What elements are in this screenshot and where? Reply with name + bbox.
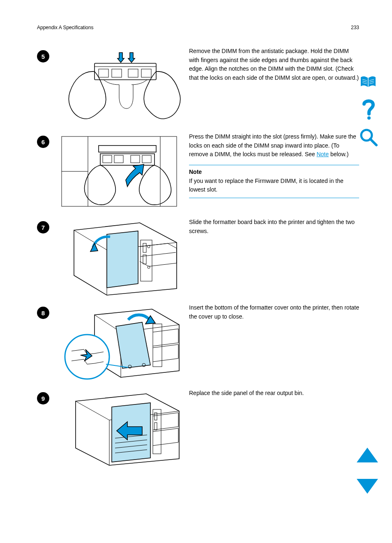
svg-rect-5 <box>141 69 151 77</box>
help-icon[interactable] <box>359 100 378 119</box>
step-8: 8 <box>37 303 359 381</box>
svg-rect-15 <box>114 155 123 163</box>
previous-page-button[interactable] <box>357 448 378 462</box>
step-7-text: Slide the formatter board back into the … <box>189 218 359 236</box>
step-9-text: Replace the side panel of the rear outpu… <box>189 389 359 398</box>
steps-column: 5 Remove the DIMM from the antistati <box>37 47 359 467</box>
step-number: 9 <box>37 392 49 404</box>
step-7: 7 Slide the format <box>37 218 359 296</box>
note-body: If you want to replace the Firmware DIMM… <box>189 177 359 194</box>
illustration-insert-dimm <box>58 132 181 210</box>
svg-marker-24 <box>107 231 138 288</box>
svg-line-47 <box>370 139 376 145</box>
svg-rect-20 <box>143 243 146 252</box>
illustration-side-panel <box>58 389 181 467</box>
svg-rect-3 <box>112 69 122 77</box>
step-9: 9 Replace <box>37 389 359 467</box>
svg-marker-7 <box>128 53 135 62</box>
sidebar <box>359 72 378 147</box>
svg-rect-17 <box>142 155 151 163</box>
svg-rect-2 <box>99 69 108 77</box>
contents-icon[interactable] <box>359 72 378 91</box>
page-number: 233 <box>351 25 359 30</box>
illustration-formatter-cover <box>58 303 181 381</box>
step-number: 8 <box>37 307 49 319</box>
svg-rect-14 <box>103 155 112 163</box>
step-8-text: Insert the bottom of the formatter cover… <box>189 303 359 321</box>
step-number: 7 <box>37 221 49 233</box>
step-6: 6 Press t <box>37 132 359 210</box>
svg-rect-12 <box>99 146 156 152</box>
svg-rect-38 <box>154 423 157 430</box>
note-link[interactable]: Note <box>316 151 329 157</box>
svg-marker-6 <box>118 53 124 62</box>
illustration-hold-dimm <box>58 47 181 125</box>
svg-point-45 <box>367 116 371 120</box>
step-number: 5 <box>37 50 49 62</box>
svg-rect-4 <box>128 69 138 77</box>
step-number: 6 <box>37 136 49 148</box>
page-nav <box>357 448 378 494</box>
step-6-text: Press the DIMM straight into the slot (p… <box>189 132 359 198</box>
next-page-button[interactable] <box>357 479 378 494</box>
svg-rect-16 <box>131 155 140 163</box>
illustration-formatter-board <box>58 218 181 296</box>
note-heading: Note <box>189 169 202 175</box>
svg-marker-25 <box>90 243 98 252</box>
header-left: Appendix A Specifications <box>37 25 93 30</box>
step-5-text: Remove the DIMM from the antistatic pack… <box>189 47 359 83</box>
step-5: 5 Remove the DIMM from the antistati <box>37 47 359 125</box>
step-6-text-part2: below.) <box>329 151 348 157</box>
search-icon[interactable] <box>359 128 378 147</box>
